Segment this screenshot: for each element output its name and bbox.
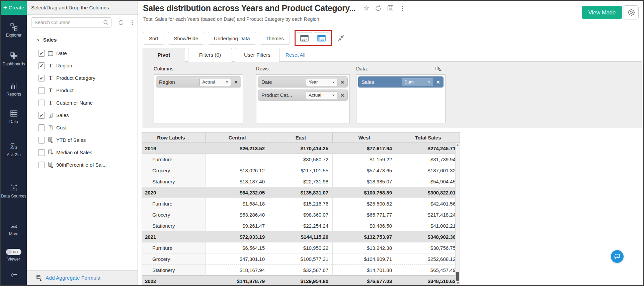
sidebar-item-label: Explorer — [1, 33, 27, 38]
sidebar-item-explorer[interactable]: Explorer — [1, 23, 27, 38]
underlying-data-button[interactable]: Underlying Data — [208, 32, 256, 45]
value-cell: $252,688.12 — [396, 253, 460, 265]
column-checkbox[interactable] — [38, 162, 45, 168]
column-list-item[interactable]: 17 T Σ Median of Sales — [27, 146, 138, 159]
save-icon[interactable] — [387, 5, 394, 12]
chip-remove-icon[interactable]: ✕ — [340, 79, 344, 85]
table-group-sales[interactable]: ∨ Sales — [37, 37, 57, 43]
rows-dropzone[interactable]: Date Year ∨ ✕ Product Cat... Actual ∨ ✕ — [256, 74, 350, 123]
search-box — [31, 17, 111, 27]
pivot-table-row[interactable]: Furniture $30,580.72 $1,159.22 $31,739.9… — [142, 154, 460, 165]
pivot-table-row[interactable]: Furniture $6,564.15 $10,950.22 $13,242.3… — [142, 242, 460, 253]
row-labels-header[interactable]: Row Labels↓ — [142, 133, 206, 143]
pivot-table-row[interactable]: 2020 $64,232.05 $135,831.07 $100,758.89 … — [142, 187, 460, 198]
sidebar-item-ask-zia[interactable]: Zia Ask Zia — [1, 142, 27, 158]
field-chip-date[interactable]: Date Year ∨ ✕ — [258, 76, 348, 88]
pivot-table-row[interactable]: 2022 $141,878.79 $129,954.80 $76,677.03 … — [142, 276, 460, 286]
pivot-table-row[interactable]: Stationery $18,167.94 $32,587.67 $14,701… — [142, 265, 460, 276]
chip-function-dropdown[interactable]: Year ∨ — [306, 78, 337, 86]
column-header[interactable]: West — [333, 133, 396, 143]
favorite-star-icon[interactable]: ☆ — [363, 5, 370, 12]
search-columns-input[interactable] — [34, 18, 100, 27]
column-checkbox[interactable] — [38, 100, 45, 106]
pivot-table-row[interactable]: Stationery $13,187.40 $22,731.98 $18,985… — [142, 176, 460, 187]
field-chip-sales[interactable]: Sales Sum ∨ ✕ — [358, 76, 444, 88]
column-header[interactable]: Total Sales — [396, 133, 460, 143]
column-list-item[interactable]: 17 T Σ Product — [27, 84, 138, 97]
column-checkbox[interactable] — [38, 137, 45, 144]
sidebar-item-label: Reports — [1, 92, 27, 97]
column-checkbox[interactable] — [38, 124, 45, 131]
tab-user-filters[interactable]: User Filters — [235, 48, 279, 62]
data-dropzone[interactable]: Sales Sum ∨ ✕ — [356, 74, 446, 123]
column-list-item[interactable]: 17 T Σ Customer Name — [27, 97, 138, 109]
sidebar-item-dashboards[interactable]: Dashboards — [1, 52, 27, 67]
column-checkbox[interactable] — [38, 75, 45, 81]
sidebar-item-data[interactable]: Data — [1, 109, 27, 125]
refresh-columns-icon[interactable] — [118, 19, 124, 26]
tab-filters[interactable]: Filters (0) — [188, 48, 232, 62]
sidebar-item-reports[interactable]: Reports — [1, 82, 27, 97]
column-list-item[interactable]: 17 T Σ Date — [27, 47, 138, 59]
column-checkbox[interactable] — [38, 87, 45, 94]
themes-button[interactable]: Themes — [260, 32, 290, 45]
show-hide-button[interactable]: Show/Hide — [168, 32, 205, 45]
chip-remove-icon[interactable]: ✕ — [234, 79, 238, 85]
column-list-item[interactable]: 17 T Σ Cost — [27, 121, 138, 134]
pivot-table-row[interactable]: Grocery $53,286.40 $98,360.07 $65,771.77… — [142, 209, 460, 220]
sidebar-item-data-sources[interactable]: Data Sources — [1, 184, 27, 199]
column-list-item[interactable]: 17 T Σ YTD of Sales — [27, 134, 138, 146]
column-list-item[interactable]: 17 T Σ Sales — [27, 109, 138, 121]
settings-button[interactable] — [624, 5, 639, 19]
chip-remove-icon[interactable]: ✕ — [436, 79, 440, 85]
value-cell: $47,301.10 — [206, 253, 269, 265]
scrollbar-thumb[interactable] — [456, 272, 459, 281]
value-cell: $104,809.71 — [333, 253, 396, 265]
column-list-item[interactable]: 17 T Σ 90thPercentile of Sal... — [27, 159, 138, 171]
pivot-table-row[interactable]: Grocery $13,026.12 $117,101.55 $57,473.6… — [142, 165, 460, 176]
column-list-item[interactable]: 17 T Σ Product Category — [27, 72, 138, 84]
value-cell: $77,617.94 — [333, 143, 396, 154]
scroll-down-arrow[interactable] — [457, 282, 459, 284]
summary-bars-icon[interactable]: Σ — [435, 64, 443, 72]
create-button[interactable]: + Create — [1, 1, 27, 15]
viewer-toggle[interactable]: OFF — [6, 249, 21, 255]
column-checkbox[interactable] — [38, 149, 45, 156]
pivot-table-row[interactable]: Furniture $1,684.18 $15,216.76 $25,500.6… — [142, 198, 460, 209]
chip-function-dropdown[interactable]: Sum ∨ — [402, 78, 433, 86]
compact-table-view-button[interactable] — [297, 32, 312, 44]
column-header[interactable]: Central — [206, 133, 269, 143]
reset-all-link[interactable]: Reset All — [286, 48, 305, 62]
columns-dropzone[interactable]: Region Actual ∨ ✕ — [154, 74, 243, 123]
field-chip-region[interactable]: Region Actual ∨ ✕ — [156, 76, 241, 88]
column-checkbox[interactable] — [38, 62, 45, 69]
value-cell: $31,739.94 — [396, 154, 460, 165]
pivot-table-view-button[interactable] — [314, 32, 329, 44]
chip-function-dropdown[interactable]: Actual ∨ — [199, 78, 231, 86]
tab-pivot[interactable]: Pivot — [143, 48, 185, 62]
pivot-table-row[interactable]: Grocery $47,301.10 $100,577.31 $104,809.… — [142, 253, 460, 265]
table-vertical-scrollbar[interactable] — [455, 143, 460, 285]
assistant-chat-button[interactable] — [611, 250, 624, 263]
sort-button[interactable]: Sort — [143, 32, 164, 45]
column-checkbox[interactable] — [38, 112, 45, 119]
refresh-report-icon[interactable] — [375, 5, 382, 12]
add-aggregate-formula-link[interactable]: Add Aggregate Formula — [46, 275, 100, 281]
chip-remove-icon[interactable]: ✕ — [340, 93, 344, 98]
title-kebab-icon[interactable] — [399, 5, 405, 12]
field-chip-product-category[interactable]: Product Cat... Actual ∨ ✕ — [258, 90, 348, 101]
pivot-table-row[interactable]: 2019 $26,213.52 $170,414.25 $77,617.94 $… — [142, 143, 460, 154]
pivot-table-row[interactable]: 2021 $72,033.19 $144,115.20 $132,753.97 … — [142, 231, 460, 242]
value-cell: $65,771.77 — [333, 209, 396, 220]
collapse-sidebar-button[interactable] — [1, 272, 27, 280]
panel-menu-kebab-icon[interactable] — [129, 19, 135, 26]
pivot-table-row[interactable]: Stationery $9,261.47 $22,254.24 $9,486.5… — [142, 220, 460, 231]
column-header[interactable]: East — [269, 133, 333, 143]
chip-function-dropdown[interactable]: Actual ∨ — [306, 91, 337, 99]
collapse-expand-icon[interactable] — [337, 34, 345, 43]
column-checkbox[interactable] — [38, 50, 45, 57]
view-mode-button[interactable]: View Mode — [582, 6, 622, 19]
sidebar-item-more[interactable]: More — [1, 223, 27, 237]
scroll-up-arrow[interactable] — [456, 144, 459, 146]
column-list-item[interactable]: 17 T Σ Region — [27, 59, 138, 72]
